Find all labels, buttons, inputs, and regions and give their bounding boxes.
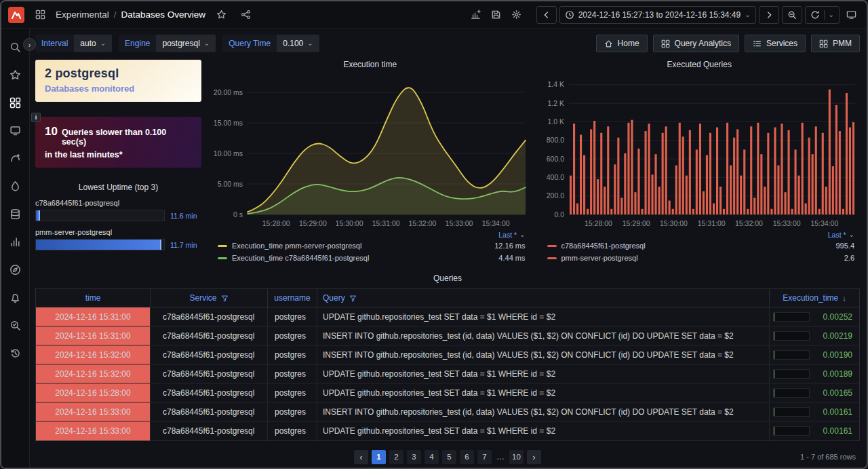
refresh-button[interactable]: ⌄ (805, 6, 840, 24)
legend-calc-header[interactable]: Last *⌄ (218, 229, 526, 240)
pmm-logo[interactable] (8, 7, 24, 23)
series-value: 2.6 (844, 254, 854, 262)
execution-gauge-track (773, 407, 810, 417)
query-time-control[interactable]: Query Time 0.100⌄ (222, 35, 319, 52)
sidebar-item-operating-system[interactable] (7, 121, 24, 139)
series-value: 4.44 ms (498, 254, 525, 262)
cell-query: INSERT INTO github.repositories_test (id… (317, 345, 770, 364)
filter-icon[interactable] (221, 295, 229, 302)
cell-query: UPDATE github.repositories_test SET data… (317, 307, 770, 326)
dashboard-settings-icon[interactable] (508, 6, 526, 24)
execution-time-chart[interactable]: 0 s5.00 ms10.00 ms15.00 ms20.00 ms15:28:… (210, 72, 531, 229)
svg-text:5.00 ms: 5.00 ms (218, 180, 243, 188)
pmm-button[interactable]: PMM (811, 35, 860, 52)
pagination-page-2[interactable]: 2 (389, 450, 403, 464)
cell-username: postgres (268, 364, 317, 383)
pagination-page-3[interactable]: 3 (407, 450, 421, 464)
refresh-icon (810, 10, 820, 20)
engine-control[interactable]: Engine postgresql⌄ (119, 35, 216, 52)
interval-control[interactable]: Interval auto⌄ (35, 35, 112, 52)
cell-execution-time: 0.00189 (770, 364, 859, 383)
pagination-page-7[interactable]: 7 (477, 450, 492, 464)
sidebar-item-mongodb[interactable] (7, 177, 24, 195)
postgresql-icon (9, 208, 21, 220)
home-icon (604, 39, 613, 48)
execution-gauge-fill (774, 351, 774, 359)
chevron-down-icon: ⌄ (204, 40, 210, 47)
query-analytics-button[interactable]: Query Analytics (653, 35, 739, 52)
executed-queries-chart[interactable]: 0.0200.0400.0600.0800.01.0 K1.2 K1.4 K15… (539, 72, 861, 229)
breadcrumb-section[interactable]: Experimental (56, 10, 109, 20)
legend-item[interactable]: Execution_time c78a68445f61-postgresql4.… (218, 252, 526, 264)
cell-username: postgres (268, 307, 317, 326)
sidebar-item-search[interactable] (7, 38, 24, 56)
pagination-page-6[interactable]: 6 (460, 450, 474, 464)
filter-icon[interactable] (349, 295, 357, 302)
pagination-prev-button[interactable]: ‹ (354, 450, 368, 464)
svg-text:15:29:00: 15:29:00 (622, 219, 650, 227)
engine-value[interactable]: postgresql⌄ (156, 35, 216, 52)
sidebar-item-postgresql[interactable] (7, 205, 24, 223)
favorite-star-icon[interactable] (212, 6, 230, 24)
sidebar-item-advisors[interactable] (7, 316, 24, 334)
series-name: Execution_time c78a68445f61-postgresql (232, 254, 369, 262)
column-header-service[interactable]: Service (151, 289, 268, 307)
sidebar-item-backup[interactable] (7, 344, 24, 362)
svg-text:800.0: 800.0 (546, 136, 564, 144)
legend-calc-header[interactable]: Last *⌄ (547, 229, 855, 240)
column-header-execution-time[interactable]: Execution_time↓ (770, 289, 859, 307)
interval-value[interactable]: auto⌄ (74, 35, 112, 52)
pagination-next-button[interactable]: › (527, 450, 541, 464)
chevron-down-icon: ⌄ (100, 40, 106, 47)
pagination-ellipsis: … (495, 452, 506, 462)
column-header-query[interactable]: Query (317, 289, 770, 307)
cell-service: c78a68445f61-postgresql (151, 326, 268, 345)
cell-execution-time: 0.00165 (770, 383, 859, 402)
legend-item[interactable]: Execution_time pmm-server-postgresql12.1… (218, 240, 526, 252)
breadcrumb-page[interactable]: Databases Overview (121, 10, 206, 20)
refresh-interval-caret[interactable]: ⌄ (829, 12, 834, 18)
save-dashboard-icon[interactable] (488, 6, 505, 24)
query-time-value[interactable]: 0.100⌄ (277, 35, 319, 52)
share-icon[interactable] (237, 6, 254, 24)
time-back-button[interactable] (536, 6, 557, 24)
sidebar-item-alerting[interactable] (7, 288, 24, 306)
pagination-page-10[interactable]: 10 (509, 450, 524, 464)
add-panel-icon[interactable] (467, 6, 485, 24)
sidebar-item-dashboards[interactable] (7, 94, 24, 111)
svg-text:0 s: 0 s (233, 210, 243, 219)
sidebar-expand-button[interactable]: › (23, 38, 36, 51)
tv-mode-icon[interactable] (842, 6, 860, 24)
slow-queries-count: 10 (45, 125, 58, 138)
column-header-username[interactable]: username (268, 289, 317, 307)
execution-gauge-fill (774, 427, 774, 435)
queries-panel: Queries time Service username Query Exec… (35, 274, 860, 465)
column-header-time[interactable]: time (36, 289, 151, 307)
execution-time-value: 0.00219 (815, 331, 852, 341)
cell-query: UPDATE github.repositories_test SET data… (317, 421, 770, 440)
series-color-swatch (218, 257, 227, 259)
apps-grid-icon[interactable] (31, 6, 49, 24)
sidebar-item-starred[interactable] (7, 66, 24, 83)
backup-icon (9, 348, 21, 359)
zoom-out-button[interactable] (782, 6, 802, 24)
info-icon[interactable]: i (31, 113, 41, 122)
services-button[interactable]: Services (745, 35, 806, 52)
home-button[interactable]: Home (596, 35, 648, 52)
queries-table-body: 2024-12-16 15:31:00c78a68445f61-postgres… (36, 307, 859, 440)
pagination-page-4[interactable]: 4 (425, 450, 439, 464)
uptime-service-label: c78a68445f61-postgresql (35, 199, 201, 207)
pagination-page-1[interactable]: 1 (372, 450, 386, 464)
execution-gauge-track (773, 312, 810, 322)
time-forward-button[interactable] (759, 6, 779, 24)
svg-text:400.0: 400.0 (546, 173, 564, 181)
svg-text:15.00 ms: 15.00 ms (214, 119, 243, 127)
sidebar-item-query-analytics[interactable] (7, 233, 24, 250)
pagination-page-5[interactable]: 5 (442, 450, 456, 464)
time-range-picker[interactable]: 2024-12-16 15:27:13 to 2024-12-16 15:34:… (559, 6, 756, 24)
series-name: Execution_time pmm-server-postgresql (232, 242, 361, 250)
sidebar-item-mysql[interactable] (7, 149, 24, 167)
legend-item[interactable]: c78a68445f61-postgresql995.4 (547, 240, 855, 252)
sidebar-item-explore[interactable] (7, 261, 24, 278)
legend-item[interactable]: pmm-server-postgresql2.6 (547, 252, 855, 264)
